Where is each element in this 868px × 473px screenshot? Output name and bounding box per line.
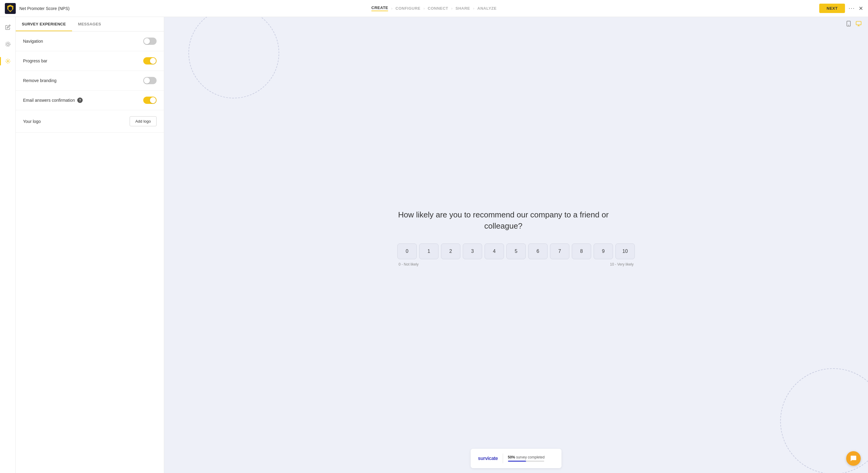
step-create[interactable]: CREATE [371,5,388,11]
progress-divider [503,453,503,463]
nps-button-8[interactable]: 8 [572,244,591,259]
sidebar-settings-icon[interactable] [2,56,13,67]
survicate-logo-icon [5,3,16,14]
navigation-toggle[interactable] [143,37,157,45]
close-button[interactable]: ✕ [859,5,863,12]
progress-bar-toggle[interactable] [143,57,157,64]
nps-label-right: 10 - Very likely [610,262,633,266]
tab-messages[interactable]: MESSAGES [72,17,107,31]
topbar: Net Promoter Score (NPS) CREATE › CONFIG… [0,0,868,17]
arrow-3: › [451,6,453,10]
arrow-4: › [473,6,474,10]
progress-info: 50% survey completed [508,455,545,462]
preview-content: How likely are you to recommend our comp… [164,32,868,444]
svg-rect-6 [856,22,861,25]
progress-fill [508,461,526,462]
desktop-preview-button[interactable] [855,21,862,28]
settings-panel: SURVEY EXPERIENCE MESSAGES Navigation Pr… [16,17,164,473]
nps-button-5[interactable]: 5 [506,244,526,259]
setting-row-remove-branding: Remove branding [16,71,164,91]
nps-labels: 0 - Not likely 10 - Very likely [397,262,635,266]
step-analyze[interactable]: ANALYZE [477,6,497,10]
sidebar-edit-icon[interactable] [2,22,13,33]
nps-buttons: 012345678910 [397,244,635,259]
nps-button-3[interactable]: 3 [463,244,482,259]
setting-row-navigation: Navigation [16,31,164,51]
remove-branding-label: Remove branding [23,78,57,83]
nps-button-6[interactable]: 6 [528,244,548,259]
preview-area: How likely are you to recommend our comp… [164,17,868,473]
nps-button-7[interactable]: 7 [550,244,569,259]
survicate-bar: survicate 50% survey completed [471,449,561,468]
remove-branding-toggle[interactable] [143,77,157,84]
nps-button-9[interactable]: 9 [594,244,613,259]
arrow-1: › [391,6,393,10]
next-button[interactable]: NEXT [819,4,845,13]
email-answers-toggle[interactable] [143,97,157,104]
progress-bar-label: Progress bar [23,58,47,63]
survicate-logo-text: survicate [478,456,498,461]
nav-steps: CREATE › CONFIGURE › CONNECT › SHARE › A… [371,5,496,11]
nps-button-0[interactable]: 0 [397,244,417,259]
logo-area: Net Promoter Score (NPS) [5,3,71,14]
topbar-right: NEXT ··· ✕ [819,4,863,13]
tab-survey-experience[interactable]: SURVEY EXPERIENCE [16,17,72,31]
nps-button-10[interactable]: 10 [615,244,635,259]
nps-button-1[interactable]: 1 [419,244,438,259]
step-share[interactable]: SHARE [456,6,470,10]
mobile-preview-button[interactable] [845,21,851,28]
help-icon[interactable]: ? [77,97,83,103]
nps-card: How likely are you to recommend our comp… [397,209,635,266]
svg-point-2 [5,42,10,46]
nps-button-2[interactable]: 2 [441,244,460,259]
navigation-label: Navigation [23,39,43,43]
nps-question: How likely are you to recommend our comp… [397,209,609,231]
setting-row-email-answers: Email answers confirmation ? [16,91,164,110]
icon-sidebar [0,17,16,473]
panel-tabs: SURVEY EXPERIENCE MESSAGES [16,17,164,31]
step-configure[interactable]: CONFIGURE [396,6,421,10]
preview-bottom: survicate 50% survey completed [164,444,868,473]
more-options-button[interactable]: ··· [848,5,855,11]
nps-label-left: 0 - Not likely [399,262,418,266]
arrow-2: › [424,6,425,10]
chat-bubble-button[interactable] [846,451,861,466]
preview-top-bar [164,17,868,32]
progress-percentage-text: 50% survey completed [508,455,545,460]
progress-track [508,461,544,462]
nps-button-4[interactable]: 4 [485,244,504,259]
settings-list: Navigation Progress bar [16,31,164,473]
survey-title: Net Promoter Score (NPS) [20,6,70,11]
your-logo-label: Your logo [23,119,41,124]
main-layout: SURVEY EXPERIENCE MESSAGES Navigation Pr… [0,17,868,473]
step-connect[interactable]: CONNECT [428,6,448,10]
email-answers-label: Email answers confirmation ? [23,97,83,103]
setting-row-progress-bar: Progress bar [16,51,164,71]
svg-point-1 [7,43,9,45]
add-logo-button[interactable]: Add logo [130,116,157,126]
sidebar-theme-icon[interactable] [2,39,13,50]
svg-point-3 [7,61,8,62]
setting-row-your-logo: Your logo Add logo [16,110,164,133]
